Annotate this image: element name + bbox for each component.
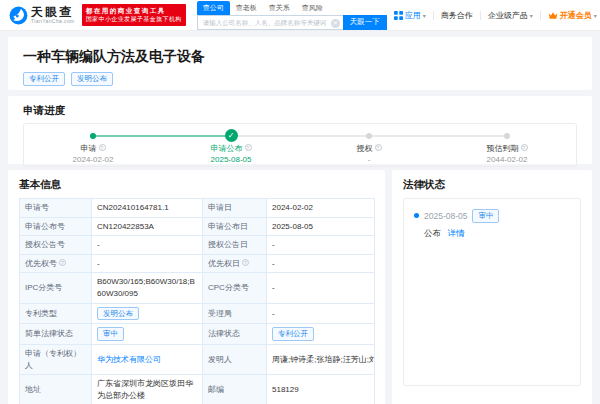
tab-relation[interactable]: 查关系	[263, 1, 296, 15]
clear-icon[interactable]: ✕	[331, 19, 340, 28]
progress-step-expiry: 预估到期? 2044-02-02	[438, 129, 576, 164]
patent-type-tag: 发明公布	[97, 307, 139, 321]
legal-status-detail-link[interactable]: 详情	[447, 228, 464, 238]
field-label: 授权公告号	[20, 236, 92, 255]
nav-separator	[433, 11, 434, 20]
logo-text: 天眼查	[31, 6, 75, 18]
tab-company[interactable]: 查公司	[197, 1, 230, 15]
legal-status-card: 法律状态 2025-08-05 审中 公布 详情	[392, 170, 592, 404]
field-value: CN202410164781.1	[92, 199, 203, 218]
table-row: 专利类型 发明公布 受理局 -	[20, 303, 375, 324]
step-dot	[504, 133, 510, 139]
field-label: 法律状态	[203, 324, 267, 345]
field-value: CN120422853A	[92, 217, 203, 236]
nav-cooperation[interactable]: 商务合作	[441, 10, 473, 21]
field-value: -	[267, 236, 375, 255]
field-value: 2025-08-05	[267, 217, 375, 236]
info-icon[interactable]: ?	[375, 144, 382, 151]
field-value: 2024-02-02	[267, 199, 375, 218]
info-icon[interactable]: ?	[245, 144, 252, 151]
header-nav: 应用 ▾ 商务合作 企业级产品 ▾ 开通会员 ▾ 超级风... ▾	[394, 10, 600, 21]
field-value: 518129	[267, 375, 375, 404]
search-button[interactable]: 天眼一下	[343, 15, 387, 30]
table-row: IPC分类号 B60W30/165;B60W30/18;B60W30/095 C…	[20, 273, 375, 303]
field-label: 申请公布号	[20, 217, 92, 236]
field-label: 地址	[20, 375, 92, 404]
page-title: 一种车辆编队方法及电子设备	[23, 48, 577, 66]
crown-icon	[548, 11, 558, 20]
chevron-down-icon: ▾	[530, 12, 533, 19]
table-row: 授权公告号 - 授权公告日 -	[20, 236, 375, 255]
progress-step-apply: 申请? 2024-02-02	[24, 129, 162, 164]
nav-vip-label: 开通会员	[560, 10, 592, 21]
nav-separator	[480, 11, 481, 20]
simple-legal-status-tag: 审中	[97, 327, 124, 341]
step-dot	[366, 133, 372, 139]
application-progress-card: 申请进度 申请? 2024-02-02 ✓ 申请公布? 2025-08-05 授…	[8, 96, 592, 164]
check-icon: ✓	[225, 129, 238, 142]
legal-status-event: 公布	[424, 228, 441, 238]
field-value: -	[267, 254, 375, 273]
logo-domain: TianYanCha.com	[31, 18, 75, 24]
nav-vip[interactable]: 开通会员 ▾	[548, 10, 597, 21]
inventors-value: 周谦;钟诗柔;张培静;汪芳山;刘晓波	[267, 345, 375, 375]
step-label: 授权	[357, 144, 373, 153]
top-header: 天眼查 TianYanCha.com 都在用的商业查询工具 国家中小企业发展子基…	[0, 0, 600, 31]
step-date: 2025-08-05	[162, 155, 300, 164]
patent-tag-publicity: 专利公开	[23, 72, 65, 86]
step-label: 申请	[81, 144, 97, 153]
promo-line2: 国家中小企业发展子基金旗下机构	[86, 15, 182, 24]
nav-apps-label: 应用	[405, 10, 421, 21]
field-label: 受理局	[203, 303, 267, 324]
applicant-link[interactable]: 华为技术有限公司	[97, 355, 161, 364]
progress-step-grant: 授权? -	[300, 129, 438, 164]
info-icon[interactable]: ?	[59, 259, 66, 266]
table-row: 地址 广东省深圳市龙岗区坂田华为总部办公楼 邮编 518129	[20, 375, 375, 404]
promo-banner: 都在用的商业查询工具 国家中小企业发展子基金旗下机构	[82, 4, 186, 27]
search-input-wrap: ✕	[197, 15, 343, 30]
legal-status-item-tag: 审中	[472, 209, 499, 223]
progress-timeline: 申请? 2024-02-02 ✓ 申请公布? 2025-08-05 授权? - …	[23, 123, 577, 167]
basic-info-card: 基本信息 申请号 CN202410164781.1 申请日 2024-02-02…	[8, 170, 385, 404]
tianyancha-logo-icon	[9, 6, 28, 25]
field-label: 优先权日	[208, 259, 240, 268]
table-row: 申请（专利权）人 华为技术有限公司 发明人 周谦;钟诗柔;张培静;汪芳山;刘晓波	[20, 345, 375, 375]
tab-risk[interactable]: 查风险	[296, 1, 329, 15]
field-label: 授权公告日	[203, 236, 267, 255]
search-input[interactable]	[198, 16, 343, 29]
info-icon[interactable]: ?	[242, 259, 249, 266]
legal-status-tag: 专利公开	[272, 327, 314, 341]
patent-tag-invention: 发明公布	[71, 72, 113, 86]
legal-status-heading: 法律状态	[403, 178, 581, 192]
chevron-down-icon: ▾	[423, 12, 426, 19]
info-icon[interactable]: ?	[99, 144, 106, 151]
field-value: -	[267, 273, 375, 303]
field-label: 申请日	[203, 199, 267, 218]
info-icon[interactable]: ?	[521, 144, 528, 151]
field-label: 简单法律状态	[20, 324, 92, 345]
field-value: -	[92, 254, 203, 273]
timeline-dot	[414, 213, 419, 218]
field-label: CPC分类号	[203, 273, 267, 303]
nav-apps[interactable]: 应用 ▾	[394, 10, 426, 21]
search-tabs: 查公司 查老板 查关系 查风险	[197, 1, 387, 15]
field-label: 专利类型	[20, 303, 92, 324]
step-label: 预估到期	[487, 144, 519, 153]
logo[interactable]: 天眼查 TianYanCha.com	[9, 6, 75, 25]
nav-enterprise[interactable]: 企业级产品 ▾	[488, 10, 533, 21]
legal-status-item: 2025-08-05 审中	[414, 209, 570, 223]
promo-line1: 都在用的商业查询工具	[86, 6, 182, 16]
step-date: -	[300, 155, 438, 164]
step-label: 申请公布	[211, 144, 243, 153]
step-date: 2044-02-02	[438, 155, 576, 164]
chevron-down-icon: ▾	[594, 12, 597, 19]
basic-info-table: 申请号 CN202410164781.1 申请日 2024-02-02 申请公布…	[19, 198, 375, 404]
field-label: 申请公布日	[203, 217, 267, 236]
table-row: 优先权号? - 优先权日? -	[20, 254, 375, 273]
tab-boss[interactable]: 查老板	[230, 1, 263, 15]
field-label: 邮编	[203, 375, 267, 404]
step-date: 2024-02-02	[24, 155, 162, 164]
table-row: 申请号 CN202410164781.1 申请日 2024-02-02	[20, 199, 375, 218]
field-value: B60W30/165;B60W30/18;B60W30/095	[92, 273, 203, 303]
grid-icon	[394, 11, 403, 20]
